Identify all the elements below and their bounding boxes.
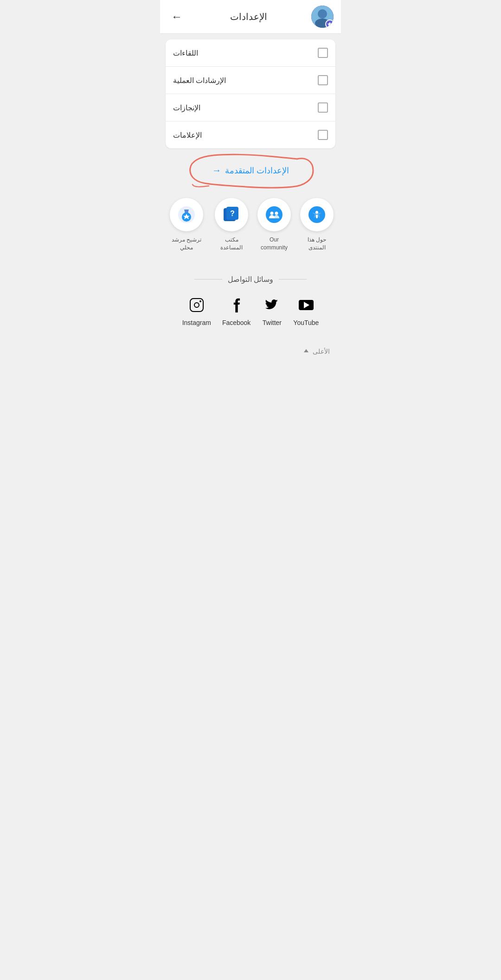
svg-point-1 [318,9,327,19]
checkbox-meetings[interactable] [318,48,328,58]
help-label: مكتب المساعدة [215,236,248,252]
settings-item-achievements[interactable]: الإنجازات [166,94,335,121]
nominate-icon-container [170,198,203,231]
social-links: YouTube Twitter Facebook [167,295,334,326]
help-icon: ? [223,206,240,223]
checkbox-notifications[interactable] [318,130,328,140]
svg-text:?: ? [230,210,235,217]
back-to-top-label: الأعلى [313,348,330,355]
back-to-top-button[interactable]: الأعلى [302,348,330,355]
social-link-twitter[interactable]: Twitter [262,295,282,326]
instagram-icon [186,295,207,315]
page-title: الإعدادات [186,11,311,22]
twitter-label: Twitter [263,319,282,326]
youtube-icon [296,295,316,315]
advanced-settings-arrow: → [212,165,221,176]
social-title: وسائل التواصل [228,275,273,284]
instagram-label: Instagram [182,319,211,326]
header: الإعدادات ← [160,0,341,34]
svg-point-7 [270,212,274,215]
help-icon-container: ? [215,198,248,231]
social-link-youtube[interactable]: YouTube [293,295,319,326]
quick-link-help[interactable]: ? مكتب المساعدة [215,198,248,252]
about-label: حول هذا المنتدى [300,236,334,252]
item-label-meetings: اللقاءات [173,49,198,57]
item-label-guidelines: الإرشادات العملية [173,76,226,85]
avatar[interactable] [311,6,334,28]
quick-link-about[interactable]: حول هذا المنتدى [300,198,334,252]
quick-link-nominate[interactable]: ترشيح مرشد محلي [167,198,206,252]
svg-point-8 [275,212,278,215]
settings-item-guidelines[interactable]: الإرشادات العملية [166,67,335,94]
community-icon [265,206,283,223]
back-button[interactable]: ← [167,8,186,25]
checkbox-achievements[interactable] [318,102,328,113]
social-section: وسائل التواصل YouTube Twitter [160,266,341,340]
settings-card: اللقاءات الإرشادات العملية الإنجازات الإ… [166,39,335,148]
about-icon-container [300,198,334,231]
community-icon-container [257,198,291,231]
social-link-instagram[interactable]: Instagram [182,295,211,326]
nominate-label: ترشيح مرشد محلي [167,236,206,252]
facebook-label: Facebook [222,319,250,326]
advanced-settings-section: الإعدادات المتقدمة → [160,152,341,189]
avatar-badge [325,19,334,28]
quick-links-section: حول هذا المنتدى Our community ? مكتب الم… [160,189,341,266]
left-divider [279,279,307,280]
nominate-icon [178,206,195,223]
back-to-top-section: الأعلى [160,340,341,366]
quick-link-community[interactable]: Our community [257,198,291,252]
item-label-achievements: الإنجازات [173,103,200,112]
svg-rect-5 [316,215,318,218]
checkbox-guidelines[interactable] [318,75,328,85]
advanced-settings-label: الإعدادات المتقدمة [225,165,289,176]
svg-point-4 [315,211,318,214]
facebook-icon [226,295,247,315]
settings-item-meetings[interactable]: اللقاءات [166,39,335,67]
settings-item-notifications[interactable]: الإعلامات [166,121,335,148]
social-link-facebook[interactable]: Facebook [222,295,250,326]
twitter-icon [262,295,282,315]
right-divider [194,279,222,280]
advanced-settings-button[interactable]: الإعدادات المتقدمة → [212,165,289,176]
about-icon [308,206,326,223]
community-label: Our community [257,236,291,252]
item-label-notifications: الإعلامات [173,131,202,140]
up-arrow-icon [302,348,310,355]
youtube-label: YouTube [293,319,319,326]
svg-point-6 [266,206,283,223]
social-title-row: وسائل التواصل [167,275,334,284]
